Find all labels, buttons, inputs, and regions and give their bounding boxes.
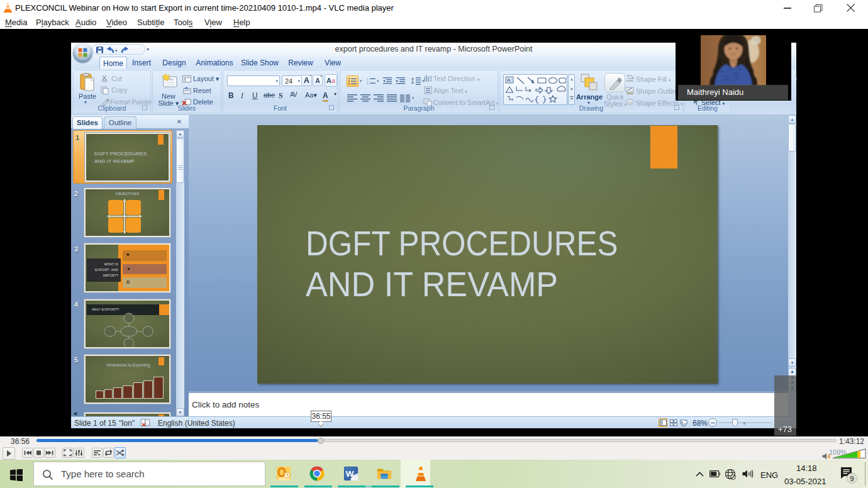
svg-text:2: 2 xyxy=(367,81,369,85)
svg-text:A: A xyxy=(507,77,511,83)
svg-text:W: W xyxy=(346,469,354,479)
svg-text:1: 1 xyxy=(367,77,369,81)
